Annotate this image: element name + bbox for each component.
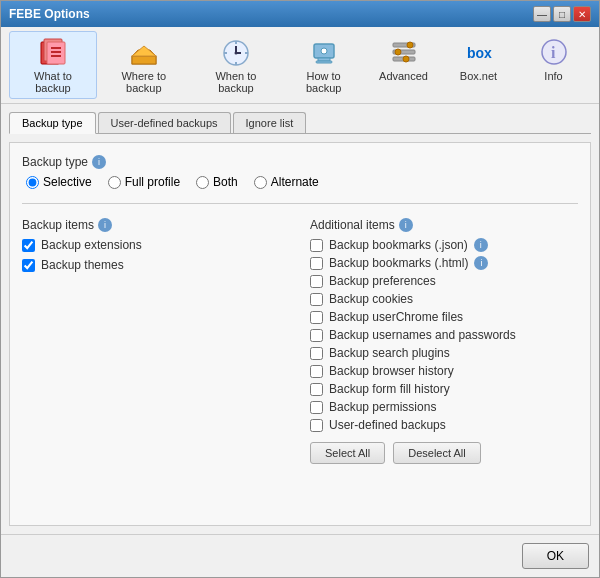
additional-item-search-plugins: Backup search plugins [310, 346, 578, 360]
radio-full-profile-label: Full profile [125, 175, 180, 189]
checkbox-search-plugins[interactable] [310, 347, 323, 360]
radio-selective-label: Selective [43, 175, 92, 189]
svg-marker-8 [132, 46, 156, 56]
checkbox-usernames[interactable] [310, 329, 323, 342]
checkbox-userchrome-label: Backup userChrome files [329, 310, 463, 324]
tab-bar: Backup type User-defined backups Ignore … [9, 112, 591, 134]
additional-item-browser-history: Backup browser history [310, 364, 578, 378]
toolbar-label-when: When to backup [202, 70, 271, 94]
deselect-all-button[interactable]: Deselect All [393, 442, 480, 464]
footer: OK [1, 534, 599, 577]
svg-point-26 [403, 56, 409, 62]
checkbox-browser-history[interactable] [310, 365, 323, 378]
what-to-backup-icon [37, 36, 69, 68]
checkbox-extensions-input[interactable] [22, 239, 35, 252]
checkbox-themes-input[interactable] [22, 259, 35, 272]
toolbar-item-where[interactable]: Where to backup [97, 31, 191, 99]
backup-type-header: Backup type i [22, 155, 578, 169]
additional-item-bookmarks-html: Backup bookmarks (.html) i [310, 256, 578, 270]
checkbox-bookmarks-html[interactable] [310, 257, 323, 270]
section-divider-1 [22, 203, 578, 204]
additional-items-info-icon[interactable]: i [399, 218, 413, 232]
maximize-button[interactable]: □ [553, 6, 571, 22]
additional-items-buttons: Select All Deselect All [310, 442, 578, 464]
toolbar-label-how: How to backup [292, 70, 355, 94]
radio-both[interactable]: Both [196, 175, 238, 189]
toolbar-label-advanced: Advanced [379, 70, 428, 82]
ok-button[interactable]: OK [522, 543, 589, 569]
checkbox-usernames-label: Backup usernames and passwords [329, 328, 516, 342]
additional-items-column: Additional items i Backup bookmarks (.js… [310, 218, 578, 513]
tab-backup-type[interactable]: Backup type [9, 112, 96, 134]
main-window: FEBE Options — □ ✕ What to backup [0, 0, 600, 578]
radio-full-profile[interactable]: Full profile [108, 175, 180, 189]
radio-both-label: Both [213, 175, 238, 189]
toolbar: What to backup Where to backup [1, 27, 599, 104]
toolbar-item-advanced[interactable]: Advanced [366, 31, 441, 99]
toolbar-label-info: Info [544, 70, 562, 82]
window-title: FEBE Options [9, 7, 90, 21]
checkbox-permissions[interactable] [310, 401, 323, 414]
checkbox-user-defined-backups[interactable] [310, 419, 323, 432]
tab-ignore-list[interactable]: Ignore list [233, 112, 307, 133]
checkbox-extensions[interactable]: Backup extensions [22, 238, 290, 252]
main-panel: Backup type i Selective Full profile Bot… [9, 142, 591, 526]
checkbox-themes-label: Backup themes [41, 258, 124, 272]
additional-item-permissions: Backup permissions [310, 400, 578, 414]
checkbox-preferences[interactable] [310, 275, 323, 288]
checkbox-cookies-label: Backup cookies [329, 292, 413, 306]
checkbox-form-fill[interactable] [310, 383, 323, 396]
when-to-backup-icon [220, 36, 252, 68]
content-area: Backup type User-defined backups Ignore … [1, 104, 599, 534]
radio-full-profile-input[interactable] [108, 176, 121, 189]
backup-type-label: Backup type [22, 155, 88, 169]
svg-point-20 [321, 48, 327, 54]
svg-point-24 [395, 49, 401, 55]
toolbar-item-how[interactable]: How to backup [281, 31, 366, 99]
tab-user-defined[interactable]: User-defined backups [98, 112, 231, 133]
svg-rect-7 [132, 56, 156, 64]
svg-point-25 [407, 42, 413, 48]
additional-item-form-fill: Backup form fill history [310, 382, 578, 396]
radio-alternate[interactable]: Alternate [254, 175, 319, 189]
additional-item-usernames: Backup usernames and passwords [310, 328, 578, 342]
radio-selective[interactable]: Selective [26, 175, 92, 189]
title-bar: FEBE Options — □ ✕ [1, 1, 599, 27]
backup-items-info-icon[interactable]: i [98, 218, 112, 232]
radio-both-input[interactable] [196, 176, 209, 189]
toolbar-label-what: What to backup [20, 70, 86, 94]
bookmarks-html-info-icon[interactable]: i [474, 256, 488, 270]
additional-items-list: Backup bookmarks (.json) i Backup bookma… [310, 238, 578, 432]
svg-text:box: box [467, 45, 492, 61]
two-column-layout: Backup items i Backup extensions Backup … [22, 218, 578, 513]
title-bar-controls: — □ ✕ [533, 6, 591, 22]
toolbar-item-boxnet[interactable]: box Box.net [441, 31, 516, 99]
advanced-icon [388, 36, 420, 68]
radio-selective-input[interactable] [26, 176, 39, 189]
checkbox-bookmarks-json[interactable] [310, 239, 323, 252]
backup-items-column: Backup items i Backup extensions Backup … [22, 218, 290, 513]
close-button[interactable]: ✕ [573, 6, 591, 22]
backup-type-radio-group: Selective Full profile Both Alternate [26, 175, 578, 189]
checkbox-cookies[interactable] [310, 293, 323, 306]
backup-type-info-icon[interactable]: i [92, 155, 106, 169]
bookmarks-json-info-icon[interactable]: i [474, 238, 488, 252]
toolbar-item-info[interactable]: i Info [516, 31, 591, 99]
where-to-backup-icon [128, 36, 160, 68]
svg-rect-2 [47, 42, 65, 64]
toolbar-item-when[interactable]: When to backup [191, 31, 282, 99]
checkbox-themes[interactable]: Backup themes [22, 258, 290, 272]
checkbox-user-defined-backups-label: User-defined backups [329, 418, 446, 432]
minimize-button[interactable]: — [533, 6, 551, 22]
radio-alternate-input[interactable] [254, 176, 267, 189]
toolbar-label-where: Where to backup [108, 70, 180, 94]
select-all-button[interactable]: Select All [310, 442, 385, 464]
checkbox-form-fill-label: Backup form fill history [329, 382, 450, 396]
additional-items-label: Additional items [310, 218, 395, 232]
toolbar-label-boxnet: Box.net [460, 70, 497, 82]
checkbox-bookmarks-html-label: Backup bookmarks (.html) [329, 256, 468, 270]
checkbox-userchrome[interactable] [310, 311, 323, 324]
toolbar-item-what[interactable]: What to backup [9, 31, 97, 99]
checkbox-browser-history-label: Backup browser history [329, 364, 454, 378]
additional-item-user-defined: User-defined backups [310, 418, 578, 432]
